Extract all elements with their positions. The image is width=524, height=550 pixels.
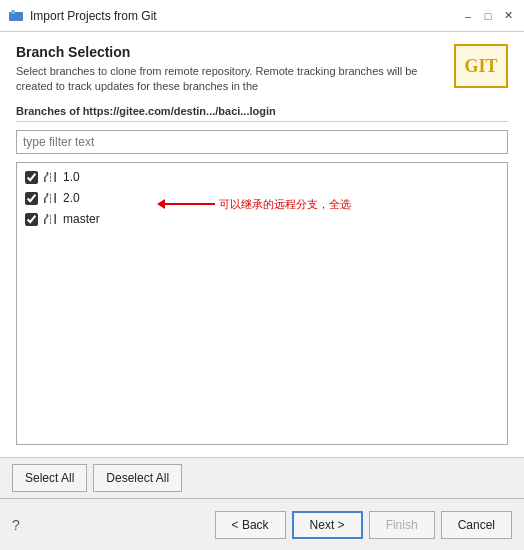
main-content: Branch Selection Select branches to clon… <box>0 32 524 457</box>
maximize-button[interactable]: □ <box>480 8 496 24</box>
arrow-container <box>157 199 215 209</box>
branch-checkbox-3[interactable] <box>25 213 38 226</box>
deselect-all-button[interactable]: Deselect All <box>93 464 182 492</box>
next-button[interactable]: Next > <box>292 511 363 539</box>
section-description: Select branches to clone from remote rep… <box>16 64 444 95</box>
branch-icon-1: ⛙ <box>44 170 57 185</box>
branch-url: Branches of https://gitee.com/destin.../… <box>16 105 508 122</box>
help-icon[interactable]: ? <box>12 517 20 533</box>
annotation-text: 可以继承的远程分支，全选 <box>219 197 351 212</box>
window-title: Import Projects from Git <box>30 9 454 23</box>
branch-name-3: master <box>63 212 100 226</box>
list-item[interactable]: ⛙ master <box>17 209 507 230</box>
annotation-group: 可以继承的远程分支，全选 <box>157 197 351 212</box>
branch-name-1: 1.0 <box>63 170 80 184</box>
select-buttons-bar: Select All Deselect All <box>0 457 524 498</box>
select-all-button[interactable]: Select All <box>12 464 87 492</box>
minimize-button[interactable]: – <box>460 8 476 24</box>
list-item[interactable]: ⛙ 1.0 <box>17 167 507 188</box>
window-icon <box>8 8 24 24</box>
footer: ? < Back Next > Finish Cancel <box>0 498 524 550</box>
back-button[interactable]: < Back <box>215 511 286 539</box>
finish-button: Finish <box>369 511 435 539</box>
branch-icon-2: ⛙ <box>44 191 57 206</box>
section-title: Branch Selection <box>16 44 444 60</box>
header-left: Branch Selection Select branches to clon… <box>16 44 444 95</box>
svg-rect-1 <box>11 10 15 14</box>
filter-input[interactable] <box>16 130 508 154</box>
header-row: Branch Selection Select branches to clon… <box>16 44 508 95</box>
cancel-button[interactable]: Cancel <box>441 511 512 539</box>
close-button[interactable]: ✕ <box>500 8 516 24</box>
branch-name-2: 2.0 <box>63 191 80 205</box>
branch-checkbox-2[interactable] <box>25 192 38 205</box>
title-bar: Import Projects from Git – □ ✕ <box>0 0 524 32</box>
arrow-line <box>165 203 215 205</box>
window-controls: – □ ✕ <box>460 8 516 24</box>
git-logo: GIT <box>454 44 508 88</box>
branch-list: ⛙ 1.0 ⛙ 2.0 ⛙ master 可以继承的远程分支，全选 <box>16 162 508 445</box>
branch-icon-3: ⛙ <box>44 212 57 227</box>
arrow-head <box>157 199 165 209</box>
branch-checkbox-1[interactable] <box>25 171 38 184</box>
